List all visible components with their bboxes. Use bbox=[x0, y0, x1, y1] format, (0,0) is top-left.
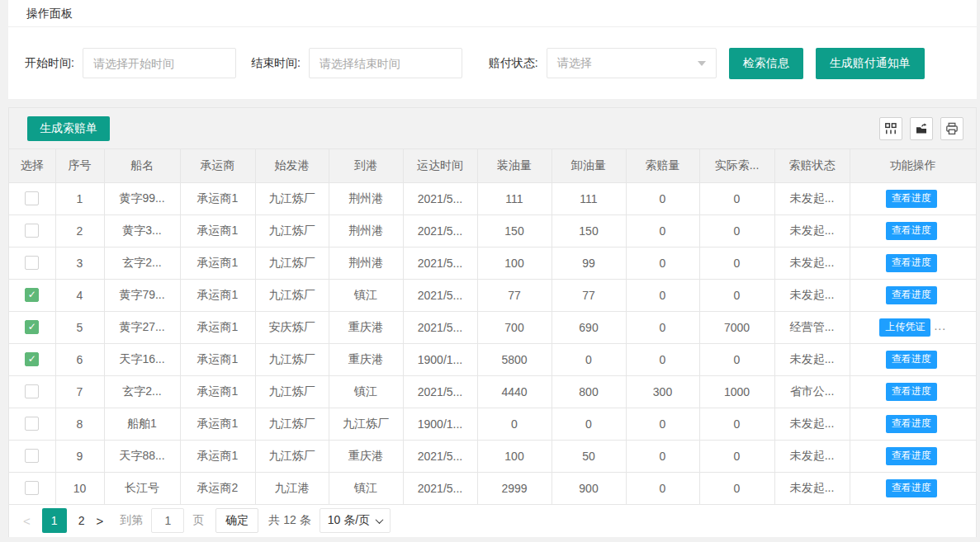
goto-page-input[interactable] bbox=[151, 508, 184, 533]
page-size-select[interactable]: 10 条/页 bbox=[320, 508, 391, 533]
cell-dest: 镇江 bbox=[329, 375, 403, 408]
column-header: 装油量 bbox=[477, 149, 552, 182]
cell-actual: 0 bbox=[699, 182, 774, 214]
cell-seq: 4 bbox=[55, 279, 104, 311]
row-checkbox[interactable] bbox=[25, 449, 39, 463]
start-time-label: 开始时间: bbox=[25, 56, 74, 71]
print-icon[interactable] bbox=[940, 117, 963, 140]
table-row: 7玄字2...承运商1九江炼厂镇江2021/5...44408003001000… bbox=[9, 375, 976, 408]
action-more: ... bbox=[934, 319, 946, 332]
row-checkbox[interactable] bbox=[25, 417, 39, 431]
row-action-button[interactable]: 查看进度 bbox=[886, 351, 937, 369]
cell-origin: 九江炼厂 bbox=[255, 214, 329, 247]
cell-claim: 0 bbox=[626, 343, 699, 375]
cell-status: 未发起... bbox=[774, 214, 850, 247]
table-row: 4黄字79...承运商1九江炼厂镇江2021/5...777700未发起...查… bbox=[9, 279, 976, 311]
cell-action: 查看进度 bbox=[850, 182, 976, 214]
cell-loaded: 4440 bbox=[477, 375, 552, 408]
table-panel: 生成索赔单 bbox=[8, 107, 977, 537]
columns-icon[interactable] bbox=[879, 117, 902, 140]
toolbar-icon-group bbox=[879, 117, 963, 140]
next-page-button[interactable]: > bbox=[97, 514, 104, 528]
row-action-button[interactable]: 查看进度 bbox=[886, 479, 937, 497]
filter-bar: 开始时间: 结束时间: 赔付状态: 请选择 检索信息 生成赔付通知单 bbox=[8, 27, 977, 99]
confirm-page-button[interactable]: 确定 bbox=[215, 508, 258, 533]
page-button-2[interactable]: 2 bbox=[78, 514, 85, 527]
row-action-button[interactable]: 查看进度 bbox=[886, 415, 937, 433]
page-title: 操作面板 bbox=[8, 0, 977, 27]
cell-unloaded: 0 bbox=[552, 408, 626, 440]
cell-select bbox=[9, 472, 55, 504]
row-action-button[interactable]: 查看进度 bbox=[886, 286, 937, 304]
cell-time: 2021/5... bbox=[403, 182, 477, 214]
cell-action: 查看进度 bbox=[850, 343, 976, 375]
cell-select bbox=[9, 408, 55, 440]
cell-actual: 0 bbox=[699, 440, 774, 472]
cell-select bbox=[9, 311, 55, 343]
row-action-button[interactable]: 查看进度 bbox=[886, 222, 937, 240]
cell-action: 查看进度 bbox=[850, 472, 976, 504]
row-checkbox[interactable] bbox=[25, 191, 39, 205]
row-checkbox[interactable] bbox=[25, 384, 39, 398]
cell-ship: 玄字2... bbox=[104, 247, 180, 279]
search-button[interactable]: 检索信息 bbox=[729, 48, 803, 79]
row-checkbox[interactable] bbox=[25, 224, 39, 238]
cell-origin: 安庆炼厂 bbox=[255, 311, 329, 343]
page-size-value: 10 条/页 bbox=[328, 513, 370, 528]
cell-claim: 0 bbox=[626, 408, 699, 440]
end-time-input[interactable] bbox=[309, 48, 462, 78]
cell-select bbox=[9, 375, 55, 408]
column-header: 船名 bbox=[104, 149, 180, 182]
cell-actual: 7000 bbox=[699, 311, 774, 343]
generate-pay-notice-button[interactable]: 生成赔付通知单 bbox=[816, 48, 925, 79]
page-button-1[interactable]: 1 bbox=[42, 508, 67, 533]
cell-time: 2021/5... bbox=[403, 247, 477, 279]
row-action-button[interactable]: 上传凭证 bbox=[879, 318, 930, 337]
cell-loaded: 0 bbox=[477, 408, 552, 440]
column-header: 到港 bbox=[329, 149, 403, 182]
cell-seq: 1 bbox=[55, 182, 104, 214]
table-row: 3玄字2...承运商1九江炼厂荆州港2021/5...1009900未发起...… bbox=[9, 247, 976, 279]
cell-origin: 九江炼厂 bbox=[255, 408, 329, 440]
column-header: 索赔量 bbox=[626, 149, 699, 182]
cell-claim: 0 bbox=[626, 279, 699, 311]
cell-time: 1900/1... bbox=[403, 343, 477, 375]
pay-status-select[interactable]: 请选择 bbox=[547, 48, 717, 78]
row-action-button[interactable]: 查看进度 bbox=[886, 254, 937, 272]
row-checkbox[interactable] bbox=[25, 288, 39, 302]
cell-action: 上传凭证... bbox=[850, 311, 976, 343]
cell-claim: 300 bbox=[626, 375, 699, 408]
cell-origin: 九江炼厂 bbox=[255, 343, 329, 375]
cell-dest: 荆州港 bbox=[329, 247, 403, 279]
table-row: 9天字88...承运商1九江炼厂重庆港2021/5...1005000未发起..… bbox=[9, 440, 976, 472]
cell-unloaded: 0 bbox=[552, 343, 626, 375]
cell-select bbox=[9, 440, 55, 472]
page-suffix-label: 页 bbox=[192, 513, 204, 528]
row-checkbox[interactable] bbox=[25, 320, 39, 334]
cell-select bbox=[9, 279, 55, 311]
end-time-label: 结束时间: bbox=[251, 56, 301, 71]
generate-claim-button[interactable]: 生成索赔单 bbox=[27, 116, 110, 141]
cell-loaded: 100 bbox=[477, 247, 552, 279]
row-checkbox[interactable] bbox=[25, 256, 39, 270]
row-action-button[interactable]: 查看进度 bbox=[886, 383, 937, 401]
cell-status: 未发起... bbox=[774, 247, 850, 279]
cell-dest: 荆州港 bbox=[329, 182, 403, 214]
start-time-input[interactable] bbox=[83, 48, 236, 78]
column-header: 运达时间 bbox=[403, 149, 477, 182]
prev-page-button[interactable]: < bbox=[23, 514, 31, 528]
cell-dest: 重庆港 bbox=[329, 311, 403, 343]
cell-carrier: 承运商1 bbox=[180, 343, 255, 375]
cell-status: 经营管... bbox=[774, 311, 850, 343]
cell-actual: 0 bbox=[699, 214, 774, 247]
cell-actual: 0 bbox=[699, 247, 774, 279]
row-action-button[interactable]: 查看进度 bbox=[886, 447, 937, 465]
cell-action: 查看进度 bbox=[850, 440, 976, 472]
table-row: 1黄字99...承运商1九江炼厂荆州港2021/5...11111100未发起.… bbox=[9, 182, 976, 214]
row-checkbox[interactable] bbox=[25, 481, 39, 495]
row-action-button[interactable]: 查看进度 bbox=[886, 190, 937, 208]
row-checkbox[interactable] bbox=[25, 352, 39, 366]
page: 操作面板 开始时间: 结束时间: 赔付状态: 请选择 检索信息 生成赔付通知单 … bbox=[0, 0, 980, 537]
export-icon[interactable] bbox=[910, 117, 933, 140]
cell-unloaded: 690 bbox=[552, 311, 626, 343]
